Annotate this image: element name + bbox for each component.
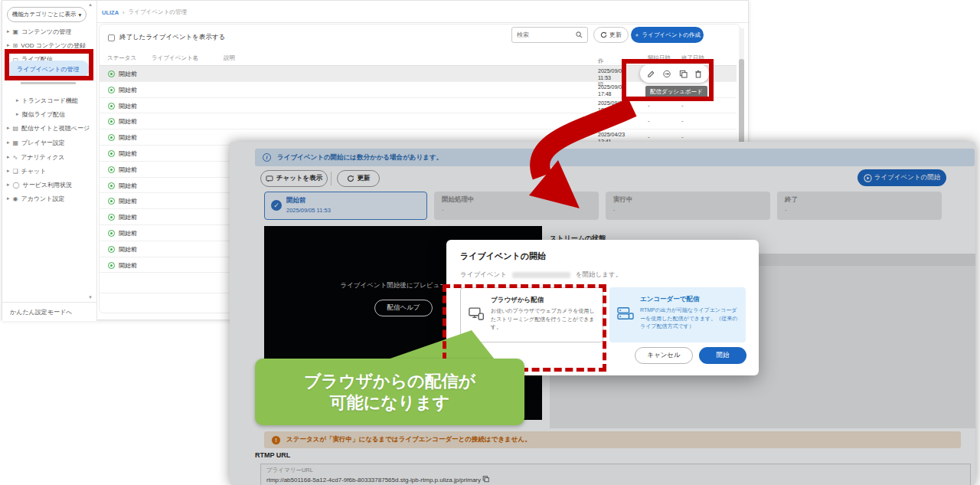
chevron-right-icon: ▸ bbox=[7, 182, 10, 188]
created-at: 2025/09/0318:49 bbox=[598, 100, 625, 113]
refresh-icon bbox=[600, 31, 607, 38]
modal-title: ライブイベントの開始 bbox=[460, 251, 546, 262]
chat-icon: ❏ bbox=[13, 168, 18, 175]
sidebar-scroll-up-icon[interactable]: ▲ bbox=[88, 2, 93, 7]
sidebar-item-chat[interactable]: ▸❏チャット bbox=[7, 165, 94, 177]
breadcrumb-current: ライブイベントの管理 bbox=[129, 8, 187, 16]
chevron-right-icon: ▸ bbox=[7, 28, 10, 34]
status-before-start-icon bbox=[108, 150, 115, 157]
sidebar-item-transcode[interactable]: ▸トランスコード機能 bbox=[7, 94, 94, 107]
category-mode-button[interactable]: 機能カテゴリごとに表示 ▾ bbox=[7, 7, 87, 22]
status-before-start-icon bbox=[108, 262, 115, 269]
sidebar-item-pseudo-live[interactable]: ▸擬似ライブ配信 bbox=[7, 108, 94, 120]
col-name: ライブイベント名 bbox=[152, 54, 198, 62]
status-before-start-icon bbox=[108, 182, 115, 189]
create-live-event-button[interactable]: ＋ ライブイベントの作成 bbox=[631, 27, 704, 43]
search-box bbox=[511, 27, 588, 43]
modal-subtitle: ライブイベントを開始します。 bbox=[460, 270, 622, 280]
sidebar-item-content-management[interactable]: ▸▣コンテンツの管理 bbox=[7, 25, 94, 38]
chevron-right-icon: ▸ bbox=[7, 125, 10, 131]
status-label: 開始前 bbox=[119, 117, 137, 126]
chevron-right-icon: ▸ bbox=[7, 195, 10, 202]
status-before-start-icon bbox=[108, 214, 115, 221]
sidebar-item-player-settings[interactable]: ▸▦プレイヤー設定 bbox=[7, 136, 94, 149]
status-label: 開始前 bbox=[119, 229, 137, 238]
start-at: - bbox=[648, 102, 650, 109]
status-label: 開始前 bbox=[119, 197, 137, 205]
chevron-right-icon: ▸ bbox=[7, 139, 10, 146]
status-before-start-icon bbox=[108, 134, 115, 141]
chevron-down-icon: ▾ bbox=[78, 11, 81, 18]
table-row[interactable]: 開始前 2025/04/2312:51 - - bbox=[100, 113, 737, 129]
end-at: - bbox=[681, 102, 684, 109]
red-highlight-sidebar bbox=[5, 49, 93, 80]
status-label: 開始前 bbox=[119, 213, 137, 221]
checkbox-icon[interactable] bbox=[108, 34, 115, 41]
end-at: - bbox=[681, 117, 684, 124]
status-label: 開始前 bbox=[119, 182, 137, 190]
vod-register-icon: ⊞ bbox=[13, 42, 18, 49]
breadcrumb: ULIZA › ライブイベントの管理 bbox=[102, 8, 187, 16]
player-settings-icon: ▦ bbox=[13, 139, 19, 146]
status-before-start-icon bbox=[108, 103, 115, 110]
chevron-right-icon: ▸ bbox=[16, 97, 19, 103]
created-at: 2025/09/0511:53 bbox=[598, 67, 625, 81]
status-before-start-icon bbox=[108, 230, 115, 237]
modal-start-button[interactable]: 開始 bbox=[699, 347, 746, 364]
created-at: 2025/09/0417:48 bbox=[598, 84, 625, 97]
site-pages-icon: ▤ bbox=[13, 125, 19, 132]
status-before-start-icon bbox=[108, 70, 115, 77]
status-label: 開始前 bbox=[119, 133, 137, 142]
status-label: 開始前 bbox=[119, 102, 137, 110]
search-icon bbox=[576, 31, 583, 38]
col-desc: 説明 bbox=[224, 54, 235, 62]
sidebar-item-service-usage[interactable]: ▸◯サービス利用状況 bbox=[7, 179, 94, 191]
sidebar-item-analytics[interactable]: ▸∿アナリティクス bbox=[7, 151, 94, 163]
status-before-start-icon bbox=[108, 118, 115, 125]
status-label: 開始前 bbox=[119, 86, 137, 94]
refresh-button[interactable]: 更新 bbox=[593, 27, 629, 43]
show-ended-filter[interactable]: 終了したライブイベントを表示する bbox=[108, 33, 225, 42]
table-scrollbar-thumb[interactable] bbox=[739, 59, 744, 149]
col-status: ステータス bbox=[107, 54, 136, 62]
plus-icon: ＋ bbox=[634, 31, 640, 39]
encoder-icon bbox=[617, 306, 634, 321]
divider bbox=[97, 22, 750, 23]
chevron-right-icon: ▸ bbox=[7, 154, 10, 160]
analytics-icon: ∿ bbox=[13, 154, 18, 161]
account-settings-icon: ◉ bbox=[13, 195, 18, 202]
sidebar-scroll-down-icon[interactable]: ▼ bbox=[88, 295, 93, 300]
status-label: 開始前 bbox=[119, 165, 137, 174]
status-label: 開始前 bbox=[119, 70, 137, 78]
chevron-right-icon: ▸ bbox=[7, 168, 10, 174]
created-at: 2025/04/2312:51 bbox=[598, 115, 625, 129]
sidebar-item-account-settings[interactable]: ▸◉アカウント設定 bbox=[7, 192, 94, 205]
chevron-right-icon: ▸ bbox=[16, 111, 19, 117]
callout-bubble: ブラウザからの配信が 可能になります bbox=[255, 359, 524, 425]
red-highlight-row-actions bbox=[622, 59, 714, 101]
service-usage-icon: ◯ bbox=[13, 182, 20, 188]
cancel-button[interactable]: キャンセル bbox=[635, 347, 693, 364]
search-input[interactable] bbox=[517, 31, 574, 38]
sort-desc-icon: ↓ bbox=[598, 57, 601, 64]
redacted-event-name bbox=[512, 272, 570, 278]
content-management-icon: ▣ bbox=[13, 28, 19, 35]
chevron-right-icon: ▸ bbox=[7, 42, 10, 48]
status-label: 開始前 bbox=[119, 149, 137, 158]
simple-mode-link[interactable]: かんたん設定モードへ bbox=[2, 302, 97, 321]
status-before-start-icon bbox=[108, 246, 115, 253]
status-label: 開始前 bbox=[119, 245, 137, 254]
start-at: - bbox=[648, 133, 650, 140]
breadcrumb-root-link[interactable]: ULIZA bbox=[102, 9, 119, 16]
status-label: 開始前 bbox=[119, 261, 137, 270]
screenshot-canvas: ▲ 機能カテゴリごとに表示 ▾ ▸▣コンテンツの管理 ▸⊞VOD コンテンツの登… bbox=[0, 0, 980, 485]
status-before-start-icon bbox=[108, 87, 115, 93]
start-at: - bbox=[648, 117, 650, 124]
sidebar-item-site-pages[interactable]: ▸▤配信サイトと視聴ページ bbox=[7, 122, 94, 134]
status-before-start-icon bbox=[108, 166, 115, 173]
end-at: - bbox=[681, 133, 684, 140]
obscured-menu-item bbox=[21, 82, 76, 84]
status-before-start-icon bbox=[108, 198, 115, 205]
option-broadcast-with-encoder[interactable]: エンコーダーで配信 RTMPの出力が可能なライブエンコーダーを使用した配信ができ… bbox=[609, 287, 746, 342]
